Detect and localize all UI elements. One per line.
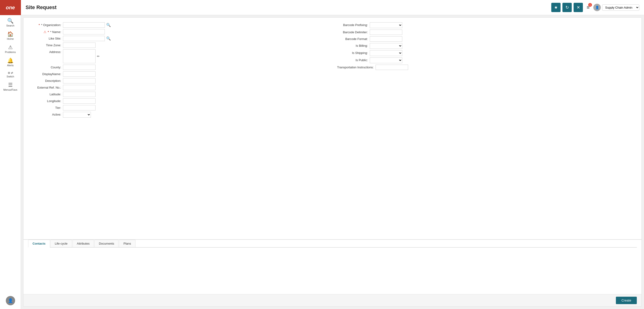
barcode-format-input[interactable] [370,36,402,42]
tab-attributes[interactable]: Attributes [72,240,94,247]
is-shipping-select[interactable] [370,50,402,56]
sidebar-item-menus-label: Menus/Favs [4,88,18,91]
barcode-delimiter-label: Barcode Delimiter: [337,30,370,34]
organization-label: * * Organization: [30,22,63,27]
alerts-icon: 🔔 [7,58,14,63]
tab-contacts[interactable]: Contacts [28,240,50,248]
form-left-column: * * Organization: 🔍 ⚠ * * Name: [30,22,328,119]
tier-control [63,105,328,110]
home-icon: 🏠 [7,32,14,37]
content-area: * * Organization: 🔍 ⚠ * * Name: [23,18,642,307]
display-name-control [63,71,328,77]
barcode-delimiter-input[interactable] [370,30,402,35]
tab-plans[interactable]: Plans [119,240,136,247]
sidebar-item-home-label: Home [7,38,14,40]
county-row: County: [30,65,328,70]
longitude-input[interactable] [63,98,96,104]
page-title: Site Request [26,5,551,11]
logo-text: one [6,5,15,11]
is-public-select[interactable] [370,58,402,63]
app-logo[interactable]: one [0,0,21,15]
like-site-search-button[interactable]: 🔍 [106,36,111,41]
barcode-prefixing-select[interactable] [370,22,402,28]
county-label: County: [30,65,63,69]
user-selector-wrap: 👤 Supply Chain Admin [593,4,639,11]
organization-search-button[interactable]: 🔍 [106,22,111,28]
latitude-input[interactable] [63,92,96,97]
close-button[interactable]: ✕ [574,3,583,12]
avatar[interactable]: 👤 [6,296,15,305]
tab-content-area [28,248,637,294]
latitude-control [63,92,328,97]
active-row: Active: [30,112,328,118]
external-ref-row: External Ref. No.: [30,85,328,90]
latitude-row: Latitude: [30,92,328,97]
barcode-prefixing-label: Barcode Prefixing: [337,22,370,27]
sidebar-item-switch-label: Switch [6,75,14,78]
transportation-instructions-input[interactable] [376,65,408,70]
sidebar-item-problems-label: Problems [5,51,16,54]
is-billing-label: Is Billing: [337,43,370,48]
description-label: Description: [30,78,63,83]
sidebar-item-search[interactable]: 🔍 Search [0,16,21,29]
user-role-select[interactable]: Supply Chain Admin [602,5,639,11]
barcode-format-row: Barcode Format: [337,36,635,42]
name-row: ⚠ * * Name: [30,29,328,35]
topbar: Site Request ★ ↻ ✕ ≡ 1 👤 Supply Chain Ad… [21,0,644,15]
menus-icon: ☰ [8,83,13,88]
star-icon: ★ [554,5,558,10]
time-zone-input[interactable] [63,43,96,48]
close-icon: ✕ [576,5,580,10]
tab-lifecycle[interactable]: Life-cycle [50,240,72,247]
create-button[interactable]: Create [616,297,637,304]
transportation-instructions-label: Transportation Instructions: [337,65,376,69]
organization-control: 🔍 [63,22,328,28]
refresh-icon: ↻ [566,5,569,10]
address-edit-button[interactable]: ✏ [96,54,100,59]
refresh-button[interactable]: ↻ [562,3,572,12]
name-input[interactable] [63,29,105,35]
like-site-row: Like Site: 🔍 [30,36,328,41]
hamburger-menu-button[interactable]: ≡ 1 [585,4,592,12]
display-name-input[interactable] [63,71,96,77]
name-control [63,29,328,35]
main-area: Site Request ★ ↻ ✕ ≡ 1 👤 Supply Chain Ad… [21,0,644,309]
like-site-input[interactable] [63,36,105,41]
tab-documents[interactable]: Documents [94,240,118,247]
time-zone-row: Time Zone: [30,43,328,48]
address-label: Address: [30,49,63,54]
display-name-label: DisplayName: [30,71,63,76]
organization-row: * * Organization: 🔍 [30,22,328,28]
sidebar-bottom: 👤 [6,296,15,309]
description-input[interactable] [63,78,96,84]
organization-input[interactable] [63,22,105,28]
display-name-row: DisplayName: [30,71,328,77]
county-input[interactable] [63,65,96,70]
form-area: * * Organization: 🔍 ⚠ * * Name: [24,18,642,239]
description-row: Description: [30,78,328,84]
form-grid: * * Organization: 🔍 ⚠ * * Name: [30,22,634,119]
sidebar-item-switch[interactable]: ⊞ ⇄ Switch [0,69,21,80]
county-control [63,65,328,70]
tier-input[interactable] [63,105,96,110]
sidebar: one 🔍 Search 🏠 Home ⚠ Problems 🔔 Alerts … [0,0,21,309]
is-billing-select[interactable] [370,43,402,49]
external-ref-input[interactable] [63,85,96,90]
is-billing-control [370,43,635,49]
barcode-format-label: Barcode Format: [337,36,370,41]
sidebar-item-menus[interactable]: ☰ Menus/Favs [0,80,21,94]
switch-icon-right: ⇄ [11,71,13,74]
is-shipping-control [370,50,635,56]
time-zone-label: Time Zone: [30,43,63,47]
form-right-column: Barcode Prefixing: Barcode Delimiter: [337,22,635,119]
favorite-button[interactable]: ★ [551,3,560,12]
address-textarea[interactable] [63,49,96,63]
sidebar-item-problems[interactable]: ⚠ Problems [0,43,21,56]
is-public-row: Is Public: [337,58,635,63]
tier-label: Tier: [30,105,63,110]
active-select[interactable] [63,112,91,118]
longitude-row: Longitude: [30,98,328,104]
sidebar-item-alerts[interactable]: 🔔 Alerts [0,56,21,69]
sidebar-item-home[interactable]: 🏠 Home [0,29,21,43]
barcode-delimiter-control [370,30,635,35]
